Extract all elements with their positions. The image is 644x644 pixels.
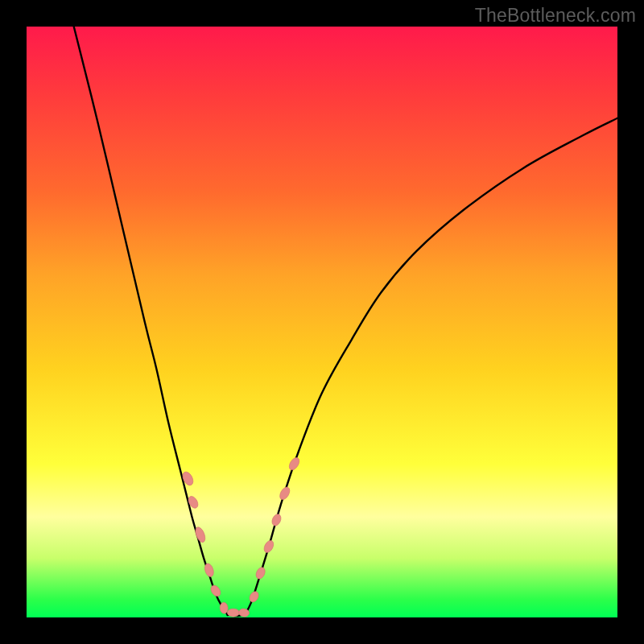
curve-marker [227, 609, 239, 617]
plot-area [27, 27, 617, 617]
marker-layer [180, 456, 301, 617]
curve-marker [287, 456, 301, 472]
curve-marker [254, 566, 266, 580]
curve-marker [270, 513, 283, 527]
curve-marker [248, 590, 261, 604]
curve-marker [220, 602, 229, 614]
curve-marker [278, 485, 291, 502]
chart-svg [27, 27, 617, 617]
outer-frame: TheBottleneck.com [0, 0, 644, 644]
curve-marker [208, 584, 222, 598]
watermark-text: TheBottleneck.com [475, 5, 636, 27]
curve-layer [74, 27, 617, 616]
bottleneck-curve [74, 27, 617, 616]
curve-marker [262, 539, 275, 555]
